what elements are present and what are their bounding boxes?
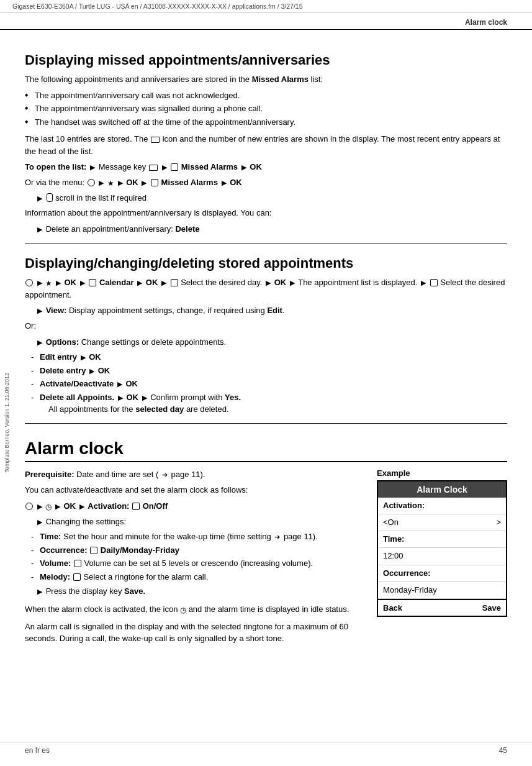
main-content: Displaying missed appointments/anniversa… bbox=[0, 30, 532, 667]
section3-title: Alarm clock bbox=[25, 439, 507, 462]
arrow-ref-icon: ➔ bbox=[274, 532, 280, 542]
screen-title: Alarm Clock bbox=[378, 481, 506, 498]
missed-alarms-bold: Missed Alarms bbox=[252, 75, 309, 84]
page-section-title: Alarm clock bbox=[0, 13, 532, 30]
screen-footer: Back Save bbox=[378, 599, 506, 616]
arrow-icon: ▶ bbox=[37, 517, 42, 528]
alarm-instruction: ▶ ◷ ▶ OK ▶ Activation: On/Off bbox=[25, 500, 358, 513]
msg-key-icon bbox=[149, 165, 158, 171]
section2-title: Displaying/changing/deleting stored appo… bbox=[25, 255, 507, 271]
nav-icon bbox=[89, 279, 96, 286]
arrow-icon: ▶ bbox=[79, 501, 84, 513]
arrow-icon: ▶ bbox=[37, 224, 42, 235]
last-entries-text: The last 10 entries are stored. The icon… bbox=[25, 133, 507, 157]
screen-row-time-label: Time: bbox=[378, 531, 506, 548]
or-via-instruction: Or via the menu: ▶ ★ ▶ OK ▶ Missed Alarm… bbox=[25, 176, 507, 189]
arrow-icon: ▶ bbox=[142, 178, 147, 189]
nav-icon bbox=[151, 179, 158, 186]
nav-icon bbox=[73, 573, 81, 581]
bullet-item: The appointment/anniversary was signalle… bbox=[25, 103, 507, 115]
nav-icon bbox=[171, 279, 178, 286]
section2-instruction: ▶ ★ ▶ OK ▶ Calendar ▶ OK ▶ Select the de… bbox=[25, 276, 507, 303]
nav-icon bbox=[430, 279, 438, 286]
arrow-icon: ▶ bbox=[161, 278, 166, 289]
separator bbox=[25, 244, 507, 244]
arrow-icon: ▶ bbox=[89, 366, 94, 376]
arrow-icon: ▶ bbox=[37, 501, 42, 513]
view-instruction: ▶ View: Display appointment settings, ch… bbox=[36, 304, 507, 317]
screen-row-occurrence-label: Occurrence: bbox=[378, 565, 506, 582]
separator2 bbox=[25, 423, 507, 424]
alarm-clock-left: Prerequisite: Date and time are set ( ➔ … bbox=[25, 468, 358, 649]
arrow-icon: ▶ bbox=[118, 178, 123, 189]
info-text: Information about the appointment/annive… bbox=[25, 207, 507, 219]
back-button[interactable]: Back bbox=[383, 603, 402, 613]
alarm-call-text: An alarm call is signalled in the displa… bbox=[25, 621, 358, 645]
or-text: Or: bbox=[25, 320, 507, 332]
arrow-ref-icon: ➔ bbox=[162, 470, 168, 480]
arrow-icon: ▶ bbox=[266, 278, 271, 289]
open-list-instruction: To open the list: ▶ Message key ▶ Missed… bbox=[25, 161, 507, 174]
settings-list: Time: Set the hour and minute for the wa… bbox=[25, 531, 358, 583]
arrow-icon: ▶ bbox=[37, 278, 42, 289]
prereq-line: Prerequisite: Date and time are set ( ➔ … bbox=[25, 468, 358, 481]
footer-page-number: 45 bbox=[499, 746, 507, 755]
arrow-icon: ▶ bbox=[90, 162, 95, 173]
arrow-icon: ▶ bbox=[55, 501, 60, 513]
arrow-icon: ▶ bbox=[81, 352, 86, 363]
screen-row-on: <On > bbox=[378, 514, 506, 531]
arrow-icon: ▶ bbox=[99, 178, 104, 189]
save-button[interactable]: Save bbox=[482, 603, 501, 613]
footer-lang: en fr es bbox=[25, 746, 50, 755]
bullet-item: The appointment/anniversary call was not… bbox=[25, 89, 507, 102]
message-icon bbox=[151, 137, 160, 143]
when-text: When the alarm clock is activated, the i… bbox=[25, 603, 358, 616]
section1-title: Displaying missed appointments/anniversa… bbox=[25, 52, 507, 68]
alarm-clock-right: Example Alarm Clock Activation: <On > Ti… bbox=[377, 468, 507, 649]
arrow-icon: ▶ bbox=[162, 162, 167, 173]
menu-icon bbox=[88, 179, 95, 186]
submenu-item: Activate/Deactivate ▶ OK bbox=[25, 378, 507, 390]
arrow-icon: ▶ bbox=[37, 306, 42, 317]
submenu-item: Edit entry ▶ OK bbox=[25, 351, 507, 363]
page-outer: Gigaset E630-E360A / Turtle LUG - USA en… bbox=[0, 0, 532, 766]
setting-occurrence: Occurrence: Daily/Monday-Friday bbox=[25, 544, 358, 557]
arrow-icon: ▶ bbox=[290, 278, 295, 289]
scroll-icon bbox=[47, 193, 53, 202]
arrow-icon: ▶ bbox=[421, 278, 426, 289]
arrow-icon: ▶ bbox=[80, 278, 85, 289]
arrow-icon: ▶ bbox=[56, 278, 61, 289]
setting-time: Time: Set the hour and minute for the wa… bbox=[25, 531, 358, 543]
arrow-icon: ▶ bbox=[37, 586, 42, 598]
press-save-instruction: ▶ Press the display key Save. bbox=[36, 585, 358, 598]
breadcrumb-bar: Gigaset E630-E360A / Turtle LUG - USA en… bbox=[0, 0, 532, 13]
phone-screen: Alarm Clock Activation: <On > Time: 12:0… bbox=[377, 480, 507, 617]
alarm-intro: You can activate/deactivate and set the … bbox=[25, 484, 358, 496]
arrow-icon: ▶ bbox=[241, 162, 246, 173]
arrow-icon: ▶ bbox=[37, 193, 42, 204]
nav-icon bbox=[132, 503, 140, 510]
nav-icon bbox=[90, 547, 97, 554]
breadcrumb-text: Gigaset E630-E360A / Turtle LUG - USA en… bbox=[12, 2, 303, 10]
alarm-icon: ◷ bbox=[45, 501, 52, 513]
arrow-icon: ▶ bbox=[142, 393, 147, 403]
nav-icon bbox=[171, 163, 178, 171]
alarm-icon: ◷ bbox=[180, 604, 186, 616]
arrow-icon: ▶ bbox=[37, 337, 42, 349]
changing-settings: ▶ Changing the settings: bbox=[36, 516, 358, 529]
section1-bullets: The appointment/anniversary call was not… bbox=[25, 89, 507, 129]
arrow-icon: ▶ bbox=[137, 278, 142, 289]
setting-volume: Volume: Volume can be set at 5 levels or… bbox=[25, 557, 358, 570]
delete-instruction: ▶ Delete an appointment/anniversary: Del… bbox=[36, 223, 507, 236]
setting-melody: Melody: Select a ringtone for the alarm … bbox=[25, 571, 358, 583]
alarm-clock-section: Prerequisite: Date and time are set ( ➔ … bbox=[25, 468, 507, 649]
arrow-icon: ▶ bbox=[117, 379, 122, 390]
submenu-item: Delete entry ▶ OK bbox=[25, 365, 507, 377]
arrow-icon: ▶ bbox=[222, 178, 227, 189]
star-icon: ★ bbox=[45, 278, 52, 290]
submenu-item: Delete all Appoints. ▶ OK ▶ Confirm prom… bbox=[25, 391, 507, 416]
example-label: Example bbox=[377, 468, 507, 478]
star-icon: ★ bbox=[107, 178, 114, 189]
options-instruction: ▶ Options: Change settings or delete app… bbox=[36, 336, 507, 349]
screen-row-activation-label: Activation: bbox=[378, 498, 506, 514]
